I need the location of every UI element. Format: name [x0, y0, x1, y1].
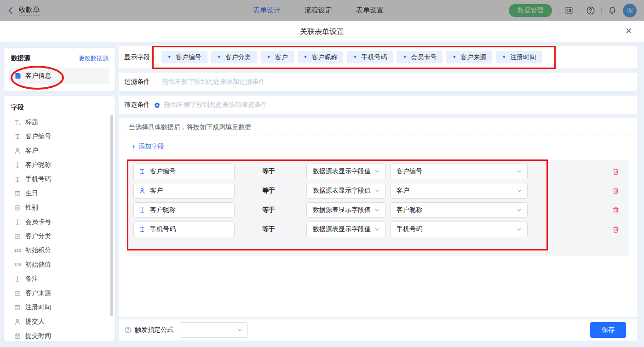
- help-circle-icon[interactable]: [124, 326, 132, 334]
- display-field-tag[interactable]: ▼ 客户编号: [161, 51, 207, 63]
- rule-value-select[interactable]: 客户编号: [390, 164, 528, 179]
- field-item[interactable]: 提交时间: [14, 329, 115, 343]
- delete-rule-icon[interactable]: [612, 168, 620, 176]
- help-icon[interactable]: [586, 6, 595, 15]
- display-field-tag[interactable]: ▼ 手机号码: [347, 51, 393, 63]
- caret-down-icon: ▼: [217, 55, 221, 59]
- field-item[interactable]: 标题: [14, 115, 115, 129]
- rule-field-box[interactable]: 手机号码: [133, 222, 235, 237]
- number-field-icon: 123: [14, 247, 21, 254]
- filter-condition-label: 过滤条件: [124, 78, 150, 86]
- display-field-tag[interactable]: ▼ 客户分类: [211, 51, 257, 63]
- back-icon[interactable]: [6, 6, 15, 15]
- field-item-label: 初始储值: [25, 261, 51, 269]
- text-field-icon: [138, 226, 146, 233]
- date-field-icon: [14, 190, 21, 197]
- divider: [601, 7, 602, 14]
- rule-field-label: 手机号码: [150, 225, 176, 233]
- rule-field-label: 客户昵称: [150, 206, 176, 214]
- field-item[interactable]: 123 初始积分: [14, 243, 115, 257]
- topbar-tabs: 表单设计 流程设定 表单设置: [253, 0, 384, 21]
- field-item[interactable]: 提交人: [14, 314, 115, 329]
- rule-field-box[interactable]: 客户编号: [133, 164, 235, 179]
- select-field-icon: [14, 290, 21, 297]
- datasource-item[interactable]: 客户信息: [9, 68, 109, 84]
- delete-rule-icon[interactable]: [612, 187, 620, 195]
- field-item[interactable]: 客户分类: [14, 229, 115, 243]
- avatar[interactable]: 理: [623, 4, 637, 17]
- gear-icon[interactable]: [154, 102, 161, 108]
- display-field-tag-label: 客户分类: [225, 53, 251, 62]
- chevron-down-icon: [374, 226, 380, 233]
- screening-dropzone[interactable]: 拖动左侧字段到此处来添加筛选条件: [164, 101, 637, 109]
- filter-dropzone[interactable]: 拖动左侧字段到此处来添加过滤条件: [162, 78, 637, 86]
- field-item[interactable]: 会员卡号: [14, 215, 115, 229]
- user-field-icon: [138, 187, 146, 194]
- rule-source-select[interactable]: 数据源表显示字段值: [306, 164, 385, 179]
- rule-value-select[interactable]: 手机号码: [390, 222, 528, 237]
- page: 收款单 表单设计 流程设定 表单设置 数据管理 理 关联表单设置 ✕: [0, 0, 644, 347]
- field-item[interactable]: 注册时间: [14, 300, 115, 314]
- topbar-tab[interactable]: 表单设置: [356, 6, 384, 15]
- field-item-label: 客户分类: [25, 232, 51, 240]
- delete-rule-icon[interactable]: [612, 226, 620, 233]
- chevron-down-icon: [374, 168, 380, 175]
- field-item[interactable]: 生日: [14, 186, 115, 200]
- field-item[interactable]: 客户: [14, 143, 115, 158]
- rule-source-select[interactable]: 数据源表显示字段值: [306, 202, 385, 218]
- field-item[interactable]: 备注: [14, 272, 115, 286]
- modal-titlebar: 关联表单设置 ✕: [0, 21, 644, 43]
- contacts-icon[interactable]: [564, 6, 574, 15]
- rule-field-box[interactable]: 客户昵称: [133, 202, 235, 218]
- topbar-tab[interactable]: 流程设定: [305, 6, 332, 15]
- field-item-label: 客户来源: [25, 289, 51, 297]
- display-field-tag[interactable]: ▼ 客户昵称: [298, 51, 344, 63]
- display-fields-label: 显示字段: [124, 53, 150, 62]
- fields-title: 字段: [4, 96, 115, 115]
- field-item[interactable]: 性别: [14, 200, 115, 215]
- fields-scrollbar[interactable]: [110, 115, 113, 316]
- display-field-tag[interactable]: ▼ 会员卡号: [397, 51, 443, 63]
- caret-down-icon: ▼: [402, 55, 407, 59]
- topbar-tab[interactable]: 表单设计: [253, 6, 281, 15]
- field-item[interactable]: 手机号码: [14, 172, 115, 186]
- field-item-label: 初始积分: [25, 246, 51, 255]
- display-field-tag-label: 会员卡号: [411, 53, 437, 62]
- field-item[interactable]: 123 初始储值: [14, 257, 115, 272]
- rule-row: 客户昵称 等于 数据源表显示字段值 客户昵称: [133, 202, 620, 218]
- display-field-tag[interactable]: ▼ 客户来源: [446, 51, 492, 63]
- rule-value-select[interactable]: 客户昵称: [390, 202, 528, 218]
- add-field-button[interactable]: + 添加字段: [132, 142, 164, 151]
- field-item-label: 客户昵称: [25, 161, 51, 169]
- number-field-icon: 123: [14, 261, 21, 268]
- datasource-card: 数据源 更改数据源 客户信息: [4, 48, 115, 91]
- rule-value-select[interactable]: 客户: [390, 183, 528, 199]
- display-field-tag[interactable]: ▼ 注册时间: [496, 51, 542, 63]
- change-datasource-link[interactable]: 更改数据源: [79, 54, 109, 63]
- field-item[interactable]: 客户来源: [14, 286, 115, 300]
- rule-source-select[interactable]: 数据源表显示字段值: [306, 183, 385, 199]
- display-field-tag[interactable]: ▼ 客户: [261, 51, 294, 63]
- chevron-down-icon: [516, 226, 523, 233]
- rule-field-box[interactable]: 客户: [133, 183, 235, 199]
- caret-down-icon: ▼: [452, 55, 456, 59]
- text-field-icon: [138, 206, 146, 214]
- field-item[interactable]: 客户编号: [14, 129, 115, 143]
- user-field-icon: [14, 147, 21, 154]
- form-name[interactable]: 收款单: [19, 6, 40, 16]
- delete-rule-icon[interactable]: [612, 206, 620, 214]
- close-icon[interactable]: ✕: [626, 27, 632, 36]
- plus-icon: +: [152, 53, 156, 61]
- notification-bell-icon[interactable]: [608, 6, 617, 15]
- rule-source-select[interactable]: 数据源表显示字段值: [306, 222, 385, 237]
- save-button[interactable]: 保存: [590, 322, 626, 338]
- chevron-down-icon: [516, 188, 523, 194]
- rule-field-label: 客户: [150, 187, 163, 195]
- data-manage-button[interactable]: 数据管理: [509, 4, 552, 17]
- topbar: 收款单 表单设计 流程设定 表单设置 数据管理 理: [0, 0, 644, 21]
- screening-condition-row: 筛选条件 拖动左侧字段到此处来添加筛选条件: [119, 96, 637, 114]
- field-item[interactable]: 客户昵称: [14, 158, 115, 172]
- trigger-formula-select[interactable]: [180, 322, 248, 338]
- divider: [558, 7, 558, 14]
- display-field-tag-label: 注册时间: [510, 53, 536, 62]
